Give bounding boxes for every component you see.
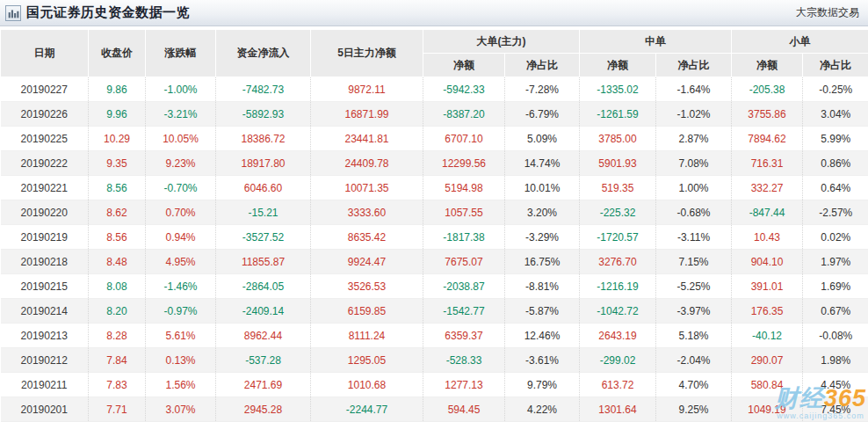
cell-mid-pct: 5.18% — [656, 324, 732, 348]
cell-big-net: 1277.13 — [423, 373, 505, 397]
cell-small-net: 1049.19 — [732, 397, 803, 422]
cell-close-price: 7.84 — [89, 348, 146, 373]
cell-big-pct: 5.09% — [505, 127, 580, 151]
cell-big-pct: 14.74% — [505, 151, 580, 176]
cell-big-pct: -5.87% — [505, 299, 580, 324]
cell-big-net: 12299.56 — [423, 151, 505, 176]
cell-change-pct: 0.13% — [146, 348, 216, 373]
cell-main5-net: 3333.60 — [311, 200, 423, 225]
cell-net-inflow: 18917.80 — [216, 151, 311, 176]
cell-mid-net: 3276.70 — [580, 250, 656, 274]
cell-small-net: 176.35 — [732, 299, 803, 324]
cell-big-net: 1057.55 — [423, 200, 505, 225]
table-row: 201902148.20-0.97%-2409.146159.85-1542.7… — [1, 299, 868, 324]
cell-big-net: 7675.07 — [423, 250, 505, 274]
cell-small-net: 7894.62 — [732, 127, 803, 151]
cell-mid-pct: 7.15% — [656, 250, 732, 274]
cell-net-inflow: -2409.14 — [216, 299, 311, 324]
cell-big-pct: 16.75% — [505, 250, 580, 274]
cell-main5-net: -2244.77 — [311, 397, 423, 422]
col-header-main5: 5日主力净额 — [311, 30, 423, 77]
cell-mid-pct: -0.68% — [656, 200, 732, 225]
cell-net-inflow: -15.21 — [216, 200, 311, 225]
cell-small-pct: -0.08% — [803, 324, 868, 348]
cell-mid-net: 3785.00 — [580, 127, 656, 151]
cell-close-price: 8.20 — [89, 299, 146, 324]
cell-big-net: -5942.33 — [423, 77, 505, 102]
cell-big-pct: 3.20% — [505, 200, 580, 225]
cell-big-net: -1817.38 — [423, 225, 505, 250]
cell-small-net: 290.07 — [732, 348, 803, 373]
cell-main5-net: 24409.78 — [311, 151, 423, 176]
table-row: 2019022510.2910.05%18386.7223441.816707.… — [1, 127, 868, 151]
cell-net-inflow: 2471.69 — [216, 373, 311, 397]
cell-date: 20190218 — [1, 250, 89, 274]
cell-big-net: -2038.87 — [423, 274, 505, 299]
block-trade-link[interactable]: 大宗数据交易 — [796, 5, 859, 20]
cell-date: 20190225 — [1, 127, 89, 151]
cell-main5-net: 9924.47 — [311, 250, 423, 274]
cell-main5-net: 8111.24 — [311, 324, 423, 348]
cell-small-net: 904.10 — [732, 250, 803, 274]
cell-small-pct: 1.98% — [803, 348, 868, 373]
cell-small-net: 391.01 — [732, 274, 803, 299]
cell-big-pct: 4.22% — [505, 397, 580, 422]
table-row: 201902269.96-3.21%-5892.9316871.99-8387.… — [1, 102, 868, 127]
cell-date: 20190227 — [1, 77, 89, 102]
cell-main5-net: 9872.11 — [311, 77, 423, 102]
cell-small-pct: 0.02% — [803, 225, 868, 250]
cell-small-pct: 7.45% — [803, 397, 868, 422]
cell-main5-net: 6159.85 — [311, 299, 423, 324]
cell-big-net: -8387.20 — [423, 102, 505, 127]
cell-small-pct: 5.99% — [803, 127, 868, 151]
cell-big-pct: -7.28% — [505, 77, 580, 102]
cell-close-price: 9.86 — [89, 77, 146, 102]
cell-big-net: -1542.77 — [423, 299, 505, 324]
cell-change-pct: 3.07% — [146, 397, 216, 422]
cell-date: 20190222 — [1, 151, 89, 176]
cell-mid-net: -1335.02 — [580, 77, 656, 102]
cell-small-net: -205.38 — [732, 77, 803, 102]
cell-net-inflow: -5892.93 — [216, 102, 311, 127]
cell-close-price: 8.48 — [89, 250, 146, 274]
table-row: 201902208.620.70%-15.213333.601057.553.2… — [1, 200, 868, 225]
table-row: 201902117.831.56%2471.691010.681277.139.… — [1, 373, 868, 397]
cell-net-inflow: 18386.72 — [216, 127, 311, 151]
sub-header-small-net: 净额 — [732, 54, 803, 77]
cell-small-pct: -2.57% — [803, 200, 868, 225]
cell-mid-pct: -3.97% — [656, 299, 732, 324]
cell-date: 20190212 — [1, 348, 89, 373]
cell-main5-net: 10071.35 — [311, 176, 423, 200]
sub-header-mid-pct: 净占比 — [656, 54, 732, 77]
cell-change-pct: -3.21% — [146, 102, 216, 127]
cell-mid-pct: -5.25% — [656, 274, 732, 299]
table-row: 201902279.86-1.00%-7482.739872.11-5942.3… — [1, 77, 868, 102]
cell-small-pct: 0.86% — [803, 151, 868, 176]
cell-small-pct: 0.67% — [803, 299, 868, 324]
cell-mid-net: -299.02 — [580, 348, 656, 373]
cell-close-price: 8.56 — [89, 176, 146, 200]
cell-main5-net: 8635.42 — [311, 225, 423, 250]
cell-small-net: 332.27 — [732, 176, 803, 200]
cell-mid-pct: 2.87% — [656, 127, 732, 151]
cell-date: 20190219 — [1, 225, 89, 250]
cell-big-pct: -3.29% — [505, 225, 580, 250]
cell-small-pct: 0.64% — [803, 176, 868, 200]
cell-main5-net: 16871.99 — [311, 102, 423, 127]
cell-net-inflow: -3527.52 — [216, 225, 311, 250]
cell-main5-net: 1295.05 — [311, 348, 423, 373]
group-header-small-orders: 小单 — [732, 30, 868, 54]
cell-mid-net: -1042.72 — [580, 299, 656, 324]
cell-net-inflow: 6046.60 — [216, 176, 311, 200]
cell-mid-net: 5901.93 — [580, 151, 656, 176]
cell-mid-net: -225.32 — [580, 200, 656, 225]
cell-close-price: 8.28 — [89, 324, 146, 348]
bar-chart-icon — [5, 5, 21, 21]
cell-big-pct: -3.61% — [505, 348, 580, 373]
group-header-mid-orders: 中单 — [580, 30, 732, 54]
cell-close-price: 7.71 — [89, 397, 146, 422]
table-header: 日期 收盘价 涨跌幅 资金净流入 5日主力净额 大单(主力) 中单 小单 净额 … — [1, 30, 868, 77]
cell-mid-net: -1720.57 — [580, 225, 656, 250]
cell-date: 20190213 — [1, 324, 89, 348]
cell-small-pct: 4.45% — [803, 373, 868, 397]
